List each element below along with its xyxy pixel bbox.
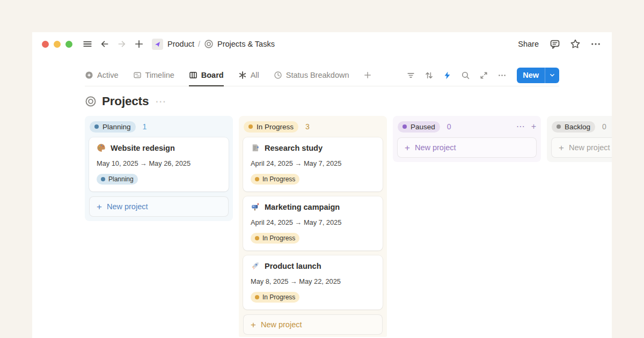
project-card[interactable]: Marketing campaign April 24, 2025 → May … bbox=[243, 196, 383, 251]
kanban-board: Planning 1 Website redesign May 10, 2025… bbox=[32, 116, 612, 337]
card-title-row: Product launch bbox=[251, 261, 375, 270]
status-pill[interactable]: Paused bbox=[398, 121, 440, 133]
new-button-label[interactable]: New bbox=[517, 68, 545, 83]
tab-active[interactable]: Active bbox=[85, 64, 119, 86]
target-icon bbox=[204, 39, 214, 49]
sidebar-menu-icon[interactable] bbox=[81, 38, 94, 50]
more-icon[interactable] bbox=[497, 71, 507, 80]
page-title: Projects bbox=[102, 94, 149, 108]
breadcrumb-separator: / bbox=[198, 40, 200, 48]
timeline-icon bbox=[133, 71, 142, 79]
filter-icon[interactable] bbox=[406, 71, 415, 80]
chevron-down-icon[interactable] bbox=[545, 68, 559, 83]
status-dot-icon bbox=[255, 236, 259, 240]
mailbox-icon bbox=[251, 202, 260, 211]
status-dot-icon bbox=[402, 124, 407, 129]
card-title: Product launch bbox=[265, 262, 321, 270]
add-view-icon[interactable] bbox=[363, 64, 372, 86]
new-page-icon[interactable] bbox=[133, 38, 145, 50]
close-window-button[interactable] bbox=[42, 41, 49, 48]
column-in-progress: In Progress 3 Research study April 24, 2… bbox=[239, 116, 387, 337]
expand-icon[interactable] bbox=[479, 71, 488, 80]
back-icon[interactable] bbox=[98, 38, 111, 50]
palette-icon bbox=[97, 143, 106, 152]
window-titlebar: Product / Projects & Tasks Share bbox=[32, 32, 612, 56]
asterisk-icon bbox=[238, 71, 247, 79]
automation-bolt-icon[interactable] bbox=[443, 71, 452, 80]
plus-icon: + bbox=[559, 143, 564, 152]
card-status-badge: In Progress bbox=[251, 233, 299, 244]
column-actions: ⋯ + bbox=[516, 122, 536, 131]
card-status-badge: Planning bbox=[97, 174, 138, 185]
column-count: 3 bbox=[305, 122, 310, 131]
bookmark-tabs-icon bbox=[251, 143, 260, 152]
minimize-window-button[interactable] bbox=[54, 41, 61, 48]
title-more-icon[interactable]: ⋯ bbox=[155, 96, 166, 107]
sort-icon[interactable] bbox=[425, 71, 434, 80]
card-title-row: Research study bbox=[251, 143, 375, 152]
card-title: Website redesign bbox=[111, 144, 175, 152]
tab-label: All bbox=[251, 71, 259, 79]
forward-icon[interactable] bbox=[115, 38, 128, 50]
project-card[interactable]: Research study April 24, 2025 → May 7, 2… bbox=[243, 137, 383, 192]
column-count: 0 bbox=[602, 122, 606, 131]
status-pill[interactable]: Backlog bbox=[552, 121, 595, 133]
column-header: Backlog 0 bbox=[551, 120, 612, 133]
new-project-button[interactable]: + New project bbox=[243, 314, 383, 335]
tab-timeline[interactable]: Timeline bbox=[133, 64, 174, 86]
star-circle-icon bbox=[85, 71, 93, 79]
card-title: Research study bbox=[265, 144, 323, 152]
new-button[interactable]: New bbox=[517, 68, 559, 83]
column-header: Paused 0 ⋯ + bbox=[397, 120, 537, 133]
share-button[interactable]: Share bbox=[518, 40, 539, 48]
app-window: Product / Projects & Tasks Share Active bbox=[32, 32, 612, 338]
traffic-lights bbox=[42, 41, 72, 48]
page-header: Projects ⋯ bbox=[32, 94, 612, 108]
column-add-icon[interactable]: + bbox=[531, 122, 536, 131]
tab-label: Board bbox=[201, 71, 224, 79]
card-dates: May 8, 2025 → May 22, 2025 bbox=[251, 277, 375, 285]
tab-label: Active bbox=[97, 71, 119, 79]
status-dot-icon bbox=[557, 124, 561, 129]
workspace-logo-icon[interactable] bbox=[152, 39, 163, 50]
more-icon[interactable] bbox=[590, 39, 601, 49]
column-paused: Paused 0 ⋯ + + New project bbox=[393, 116, 541, 162]
plus-icon: + bbox=[405, 143, 410, 152]
status-dot-icon bbox=[94, 124, 99, 129]
column-header: Planning 1 bbox=[89, 120, 229, 133]
column-planning: Planning 1 Website redesign May 10, 2025… bbox=[85, 116, 233, 221]
status-dot-icon bbox=[255, 295, 259, 299]
status-pill[interactable]: In Progress bbox=[244, 121, 298, 133]
card-title: Marketing campaign bbox=[265, 203, 340, 211]
column-backlog: Backlog 0 + New project bbox=[547, 116, 612, 162]
search-icon[interactable] bbox=[461, 71, 470, 80]
target-icon bbox=[85, 95, 97, 107]
comment-icon[interactable] bbox=[550, 39, 560, 49]
new-project-button[interactable]: + New project bbox=[551, 137, 612, 158]
project-card[interactable]: Product launch May 8, 2025 → May 22, 202… bbox=[243, 255, 383, 310]
card-title-row: Marketing campaign bbox=[251, 202, 375, 211]
card-title-row: Website redesign bbox=[97, 143, 221, 152]
status-dot-icon bbox=[255, 177, 259, 181]
new-project-button[interactable]: + New project bbox=[397, 137, 537, 158]
status-pill[interactable]: Planning bbox=[90, 121, 136, 133]
tab-board[interactable]: Board bbox=[189, 64, 224, 86]
tab-status-breakdown[interactable]: Status Breakdown bbox=[274, 64, 349, 86]
column-header: In Progress 3 bbox=[243, 120, 383, 133]
zoom-window-button[interactable] bbox=[65, 41, 72, 48]
column-more-icon[interactable]: ⋯ bbox=[516, 122, 525, 131]
view-tab-bar: Active Timeline Board All bbox=[85, 64, 559, 86]
card-dates: April 24, 2025 → May 7, 2025 bbox=[251, 218, 375, 226]
card-status-badge: In Progress bbox=[251, 174, 299, 185]
plus-icon: + bbox=[97, 202, 102, 211]
favorite-star-icon[interactable] bbox=[570, 39, 581, 49]
tab-all[interactable]: All bbox=[238, 64, 259, 86]
project-card[interactable]: Website redesign May 10, 2025 → May 26, … bbox=[89, 137, 229, 192]
board-icon bbox=[189, 71, 197, 79]
column-count: 0 bbox=[447, 122, 451, 131]
rocket-icon bbox=[251, 261, 260, 270]
clock-icon bbox=[274, 71, 282, 79]
breadcrumb-page[interactable]: Projects & Tasks bbox=[217, 40, 275, 48]
new-project-button[interactable]: + New project bbox=[89, 196, 229, 217]
breadcrumb-workspace[interactable]: Product bbox=[167, 40, 194, 48]
